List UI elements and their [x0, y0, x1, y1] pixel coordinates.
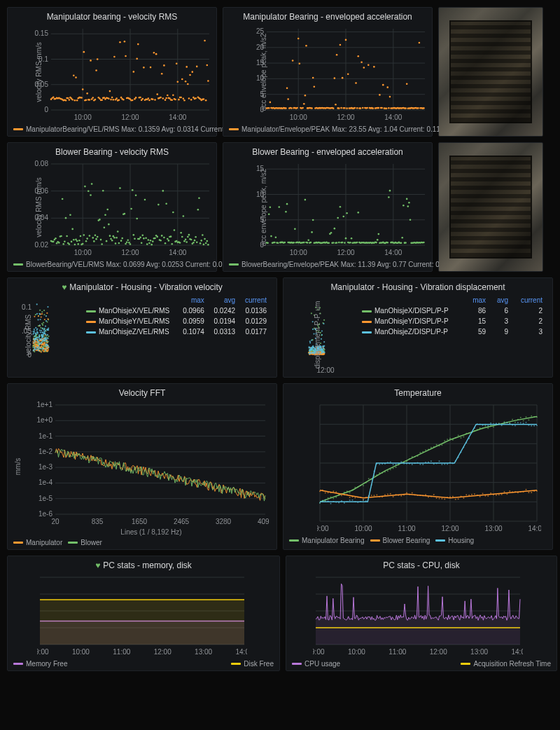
svg-point-1543 — [512, 491, 513, 493]
svg-point-517 — [307, 239, 309, 241]
x-axis-label: Lines (1 / 8,192 Hz) — [31, 528, 271, 536]
svg-point-1609 — [471, 432, 472, 433]
svg-point-425 — [162, 190, 164, 192]
svg-point-392 — [125, 243, 127, 245]
chart[interactable]: 8 GB6 GB4 GB2 GB0 MB150 GB100 GB50 GB0 M… — [37, 573, 247, 657]
svg-point-414 — [150, 240, 152, 242]
chart[interactable]: 00.050.10.1510:0012:0014:00 — [31, 25, 214, 123]
stats-row[interactable]: ManOhisjeZ/VEL/RMS0.10740.03130.0177 — [82, 326, 271, 337]
svg-point-1551 — [533, 490, 535, 492]
panel-pc-cpu-disk[interactable]: PC stats - CPU, disk 100%75%50%25%0%1.00… — [286, 556, 557, 671]
svg-point-1611 — [477, 423, 478, 425]
svg-point-1581 — [396, 464, 397, 465]
panel-housing-vib-vel[interactable]: ♥Manipulator - Housing - Vibration veloc… — [7, 277, 277, 378]
legend-item[interactable]: Acquisition Refresh Time — [461, 660, 551, 668]
chart[interactable] — [298, 295, 354, 365]
chart[interactable]: 0.020.040.060.0810:0012:0014:00 — [31, 160, 214, 258]
panel-title: Manipulator bearing - velocity RMS — [13, 12, 211, 22]
svg-point-256 — [360, 61, 363, 63]
svg-point-1444 — [463, 436, 464, 438]
panel-blower-env-acc[interactable]: Blower Bearing - enveloped acceleration … — [223, 142, 433, 272]
svg-point-1471 — [536, 416, 538, 418]
svg-point-833 — [44, 319, 46, 320]
svg-point-1462 — [512, 419, 513, 420]
svg-point-1416 — [387, 470, 388, 471]
panel-temperature[interactable]: Temperature 22.5 °C22.0 °C21.5 °C21.0 °C… — [283, 383, 553, 550]
panel-manipulator-vel-rms[interactable]: Manipulator bearing - velocity RMS veloc… — [7, 7, 217, 137]
image-panel-2[interactable] — [438, 142, 543, 272]
svg-point-1241 — [311, 340, 312, 341]
svg-point-482 — [268, 213, 270, 215]
svg-point-100 — [148, 97, 150, 99]
svg-point-1415 — [384, 471, 386, 472]
legend-item[interactable]: Disk Free — [231, 660, 274, 668]
svg-point-413 — [148, 242, 150, 245]
svg-text:14:00: 14:00 — [169, 113, 186, 121]
svg-point-1615 — [487, 425, 489, 427]
svg-point-131 — [183, 97, 185, 99]
chart[interactable]: 051015202510:0012:0014:00 — [247, 25, 429, 123]
svg-point-1573 — [374, 471, 375, 472]
svg-point-142 — [195, 97, 197, 99]
legend-item[interactable]: Manipulator — [13, 539, 62, 546]
svg-point-27 — [65, 99, 67, 102]
svg-point-1537 — [496, 495, 497, 496]
legend-item[interactable]: CPU usage — [292, 660, 340, 668]
svg-point-587 — [386, 242, 388, 244]
svg-point-1502 — [400, 495, 402, 497]
svg-point-365 — [94, 235, 97, 237]
chart[interactable]: 100%75%50%25%0%1.00 s750 ms500 ms250 ms0… — [313, 573, 523, 657]
svg-point-1505 — [409, 494, 410, 495]
svg-text:12:00: 12:00 — [154, 648, 172, 656]
svg-point-1620 — [501, 425, 503, 426]
image-panel-1[interactable] — [438, 7, 543, 137]
legend-item[interactable]: Blower Bearing — [370, 537, 430, 544]
svg-point-37 — [76, 99, 78, 102]
legend-swatch — [292, 663, 302, 665]
svg-point-543 — [337, 217, 339, 219]
panel-title: Blower Bearing - enveloped acceleration — [229, 147, 426, 157]
svg-point-464 — [206, 240, 208, 242]
svg-point-1559 — [335, 502, 337, 503]
svg-point-1467 — [526, 416, 527, 418]
svg-point-1420 — [398, 464, 399, 466]
panel-velocity-fft[interactable]: Velocity FFT mm/s 1e+11e+01e-11e-21e-31e… — [7, 383, 277, 550]
legend-item[interactable]: Blower — [68, 539, 102, 546]
svg-point-349 — [76, 240, 78, 242]
svg-point-1403 — [352, 489, 354, 490]
stats-row[interactable]: ManOhisjeX/VEL/RMS0.09660.02420.0136 — [82, 305, 271, 316]
panel-housing-vib-disp[interactable]: Manipulator - Housing - Vibration displa… — [283, 277, 553, 378]
svg-point-1511 — [425, 494, 426, 495]
stats-row[interactable]: ManOhisjeX/DISPL/P-P8662 — [358, 305, 547, 316]
svg-point-941 — [42, 336, 43, 337]
legend-item[interactable]: Memory Free — [13, 660, 67, 668]
panel-manipulator-env-acc[interactable]: Manipulator Bearing - enveloped accelera… — [223, 7, 433, 137]
svg-text:20: 20 — [256, 43, 265, 51]
svg-point-1430 — [425, 449, 426, 450]
svg-point-405 — [139, 237, 141, 239]
legend-label: Manipulator — [26, 539, 62, 546]
chart[interactable]: 1e+11e+01e-11e-21e-31e-41e-51e-620835165… — [31, 401, 270, 527]
svg-point-1437 — [444, 440, 445, 441]
svg-point-607 — [410, 219, 412, 221]
svg-point-1608 — [468, 438, 470, 439]
legend-item[interactable]: Manipulator Bearing — [289, 537, 365, 544]
svg-point-434 — [172, 212, 174, 214]
stats-row[interactable]: ManOhisjeZ/DISPL/P-P5993 — [358, 326, 547, 337]
svg-text:12:00: 12:00 — [121, 249, 139, 256]
svg-point-377 — [108, 223, 110, 226]
svg-point-371 — [101, 243, 103, 245]
stats-row[interactable]: ManOhisjeY/VEL/RMS0.09590.01940.0129 — [82, 316, 271, 326]
chart[interactable]: 22.5 °C22.0 °C21.5 °C21.0 °C20.5 °C20.0 … — [317, 401, 541, 534]
panel-blower-vel-rms[interactable]: Blower Bearing - velocity RMS velocity R… — [7, 142, 217, 272]
svg-point-153 — [207, 80, 209, 82]
svg-point-452 — [192, 242, 195, 244]
svg-point-116 — [165, 97, 167, 99]
svg-point-1448 — [474, 430, 475, 432]
legend-item[interactable]: Housing — [435, 537, 474, 544]
panel-pc-memory-disk[interactable]: ♥PC stats - memory, disk 8 GB6 GB4 GB2 G… — [7, 556, 280, 671]
stats-row[interactable]: ManOhisjeY/DISPL/P-P1532 — [358, 316, 547, 326]
chart[interactable]: 05101510:0012:0014:00 — [247, 160, 429, 258]
svg-point-296 — [406, 83, 408, 85]
svg-point-1546 — [520, 491, 522, 493]
